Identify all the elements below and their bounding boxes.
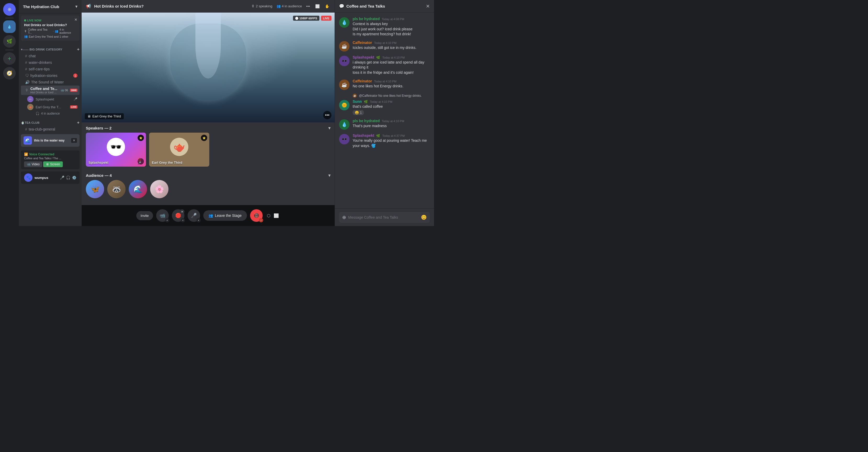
- popout-button[interactable]: ⬡: [266, 212, 272, 219]
- channel-chat[interactable]: # chat: [21, 53, 80, 59]
- msg-name-3: Splashspekt: [353, 55, 374, 59]
- bottom-controls: Invite 📹 ▾ 🛑 ✕ ▾ 🎤 ▾ 👥 Leav: [82, 205, 335, 226]
- speaker-name-splashspekt: Splashspekt: [88, 161, 108, 164]
- headphone-icon: 🎧: [36, 112, 39, 115]
- msg-avatar-2: ☕: [339, 41, 349, 52]
- x-badge-icon: ✕: [180, 209, 184, 214]
- speaker-card-earl-grey[interactable]: 🫖 ⭐ Earl Grey the Third: [149, 133, 209, 167]
- screen-button[interactable]: 🖥 Screen: [43, 161, 63, 167]
- add-attachment-button[interactable]: ⊕: [342, 215, 346, 220]
- channel-coffee-tea[interactable]: 🎙 Coffee and Te... Hot Drinks or Iced ..…: [21, 86, 80, 95]
- speaker-card-splashspekt[interactable]: 🕶️ ⭐ Splashspekt 🚫🎤: [86, 133, 146, 167]
- tea-icon: 🍵: [21, 121, 25, 125]
- headphone-icon[interactable]: 🎧: [66, 175, 70, 180]
- live-notification[interactable]: LIVE NOW Hot Drinks or Iced Drinks? 🎙 Co…: [21, 15, 80, 41]
- stage-channel-icon: 🎙: [25, 88, 29, 92]
- message-group-7: 🕶️ Splashspekt 🌿 Today at 4:37 PM You're…: [339, 133, 430, 148]
- leaf-icon-7: 🌿: [376, 134, 380, 138]
- chat-close-button[interactable]: ✕: [426, 3, 430, 9]
- server-icon-hydration-club[interactable]: 💧: [3, 21, 16, 33]
- member-name-splashspekt: Splashspekt: [36, 97, 71, 101]
- audience-member-4[interactable]: 🌸: [150, 180, 168, 198]
- speakers-toggle[interactable]: ▾: [328, 126, 331, 131]
- channel-water-drinkers[interactable]: # water-drinkers: [21, 59, 80, 66]
- leaf-icon-5: 🌿: [364, 100, 368, 104]
- msg-content-1: pls be hydrated Today at 4:08 PM Context…: [353, 17, 430, 37]
- channel-hydration-stories[interactable]: 🗨 hydration-stories 1: [21, 72, 80, 79]
- msg-time-2: Today at 4:10 PM: [374, 41, 397, 44]
- audience-count-item[interactable]: 🎧 4 in audience: [25, 111, 80, 116]
- category-tea-club[interactable]: 🍵 TEA CLUB +: [19, 116, 82, 126]
- mic-arrow-icon: ▾: [196, 218, 200, 222]
- settings-icon[interactable]: ⚙️: [72, 175, 76, 180]
- msg-name-4: Caffeinator: [353, 79, 372, 83]
- add-channel-button[interactable]: +: [77, 47, 80, 52]
- live-badge: LIVE: [321, 16, 332, 21]
- mic-icon: 🎙: [251, 4, 255, 8]
- chat-header: 💬 Coffee and Tea Talks ✕: [335, 0, 434, 12]
- speakers-grid: 🕶️ ⭐ Splashspekt 🚫🎤 🫖 ⭐ Earl Grey the Th…: [86, 133, 331, 170]
- audience-member-2[interactable]: 🦝: [107, 180, 126, 198]
- fullscreen-button[interactable]: ⬜: [314, 3, 321, 9]
- stage-video: [82, 12, 335, 122]
- live-dot-icon: [24, 19, 26, 22]
- audience-section-header: Audience — 4 ▾: [86, 170, 331, 180]
- camera-button-icon: 📹 ▾: [156, 209, 169, 222]
- fullscreen-expand-button[interactable]: ⬜: [273, 212, 280, 219]
- hand-raise-button[interactable]: ✋: [324, 3, 331, 9]
- channel-tea-club-general[interactable]: # tea-club-general: [21, 126, 80, 132]
- speaker-avatar-earl-grey: 🫖: [170, 138, 188, 156]
- chat-panel-title: Coffee and Tea Talks: [346, 4, 385, 8]
- end-call-control[interactable]: 📵 ▾: [250, 209, 262, 222]
- server-icon-home[interactable]: ⊕: [3, 3, 16, 16]
- channel-sound-of-water[interactable]: 🔊 The Sound of Water: [21, 79, 80, 85]
- screen-icon: 🖥: [46, 162, 49, 166]
- add-tea-channel-button[interactable]: +: [77, 120, 80, 125]
- invite-button[interactable]: Invite: [136, 211, 153, 220]
- server-icon-2[interactable]: 🌿: [3, 35, 16, 47]
- message-group-1: 💧 pls be hydrated Today at 4:08 PM Conte…: [339, 17, 430, 37]
- fps-badge: ⬤ 1080P 60FPS: [293, 16, 319, 21]
- add-server-button[interactable]: +: [3, 52, 16, 65]
- stage-member-splashspekt[interactable]: 🕶 Splashspekt 🎤: [25, 95, 80, 103]
- reaction-count-5: 1: [360, 111, 362, 115]
- category-big-drink[interactable]: ▾ ------ BIG DRINK CATEGORY +: [19, 43, 82, 53]
- audience-toggle[interactable]: ▾: [328, 173, 331, 178]
- server-header-chevron: ▾: [75, 4, 78, 9]
- camera-control[interactable]: 📹 ▾: [156, 209, 169, 222]
- video-waterfall: [195, 12, 221, 78]
- msg-text-1c: Is my apartment freezing? hot drink!: [353, 32, 430, 37]
- stop-control[interactable]: 🛑 ✕ ▾: [172, 209, 184, 222]
- channel-self-care-tips[interactable]: # self-care-tips: [21, 66, 80, 72]
- text-channel-icon: #: [25, 60, 27, 65]
- audience-member-1[interactable]: 🦋: [86, 180, 104, 198]
- stage-member-earl-grey[interactable]: 🫖 Earl Grey the T... LIVE: [25, 103, 80, 111]
- mic-icon[interactable]: 🎤: [60, 175, 64, 180]
- stop-arrow-icon: ▾: [181, 218, 185, 222]
- leave-stage-button[interactable]: 👥 Leave the Stage: [203, 210, 247, 221]
- server-header[interactable]: The Hydration Club ▾: [19, 0, 82, 13]
- monitor-icon: 🖥: [87, 114, 91, 118]
- water-way-notification[interactable]: 🌊 this is the water way ✕: [21, 134, 80, 147]
- channel-name: tea-club-general: [29, 127, 55, 131]
- audience-member-3[interactable]: 🌊: [129, 180, 147, 198]
- reaction-5[interactable]: 😄 1: [353, 110, 364, 115]
- msg-text-1b: Did I just work out? Iced drink please: [353, 27, 430, 32]
- speaking-count: 🎙 2 speaking: [251, 4, 272, 8]
- server-divider-1: [5, 18, 13, 18]
- video-button[interactable]: 📹 Video: [24, 161, 42, 167]
- more-options-button[interactable]: •••: [305, 3, 311, 9]
- mic-control[interactable]: 🎤 ▾: [188, 209, 200, 222]
- chat-message-input[interactable]: [348, 215, 419, 220]
- discovery-button[interactable]: 🧭: [3, 67, 16, 79]
- live-notification-close[interactable]: ✕: [74, 18, 78, 22]
- water-way-close[interactable]: ✕: [71, 138, 77, 143]
- msg-text-3a: i always get one iced latte and spend al…: [353, 60, 430, 70]
- emoji-picker-button[interactable]: 😊: [421, 215, 427, 220]
- water-way-label: this is the water way: [34, 139, 69, 142]
- video-more-button[interactable]: •••: [323, 111, 332, 119]
- chat-input-wrapper: ⊕ 😊: [339, 212, 430, 223]
- text-channel-icon: #: [25, 67, 27, 71]
- audience-icon: 👥: [55, 30, 58, 33]
- voice-controls: 📹 Video 🖥 Screen: [24, 161, 76, 167]
